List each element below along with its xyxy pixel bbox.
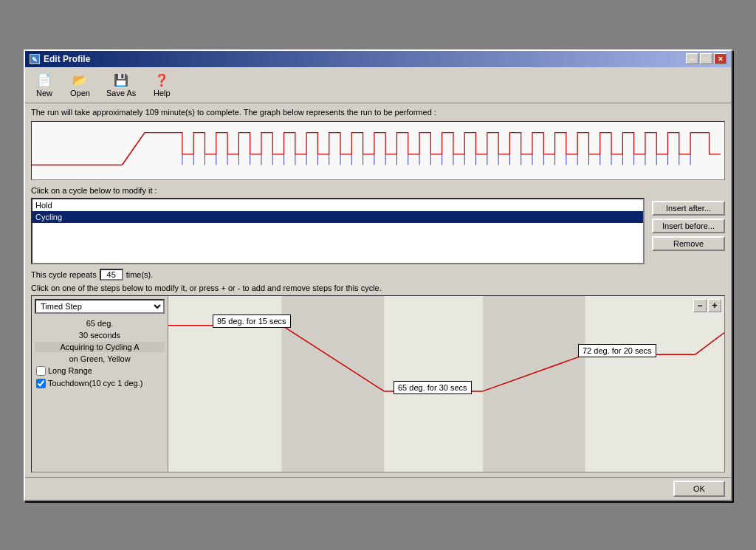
title-buttons: ─ □ ✕ bbox=[686, 53, 726, 64]
repeats-suffix: time(s). bbox=[126, 270, 154, 279]
long-range-checkbox[interactable] bbox=[36, 366, 46, 376]
cycle-item-cycling[interactable]: Cycling bbox=[32, 211, 643, 223]
info-text: The run will take approximately 109 minu… bbox=[31, 108, 725, 117]
svg-line-55 bbox=[695, 332, 724, 354]
long-range-label: Long Range bbox=[48, 366, 92, 375]
toolbar: 📄 New 📂 Open 💾 Save As ❓ Help bbox=[25, 67, 731, 103]
repeats-prefix: This cycle repeats bbox=[31, 270, 97, 279]
help-button[interactable]: ❓ Help bbox=[147, 70, 176, 100]
open-button[interactable]: 📂 Open bbox=[65, 70, 95, 100]
open-icon: 📂 bbox=[72, 72, 88, 89]
help-icon: ❓ bbox=[154, 72, 170, 89]
steps-area: Timed Step Touch Down 65 deg. 30 seconds… bbox=[31, 295, 725, 472]
steps-graph: − + bbox=[168, 296, 724, 472]
graph-svg bbox=[32, 122, 724, 179]
step-annotation-1: 95 deg. for 15 secs bbox=[213, 314, 291, 328]
step-type-select[interactable]: Timed Step Touch Down bbox=[35, 299, 165, 314]
minimize-button[interactable]: ─ bbox=[686, 53, 698, 64]
step-detail-acquiring: Acquiring to Cycling A bbox=[35, 342, 165, 352]
window-icon: ✎ bbox=[30, 54, 40, 64]
close-button[interactable]: ✕ bbox=[714, 53, 726, 64]
save-icon: 💾 bbox=[113, 72, 129, 89]
step-annotation-3: 72 deg. for 20 secs bbox=[578, 344, 656, 357]
insert-after-button[interactable]: Insert after... bbox=[652, 201, 725, 216]
repeats-row: This cycle repeats time(s). bbox=[31, 269, 725, 281]
title-bar: ✎ Edit Profile ─ □ ✕ bbox=[25, 51, 731, 67]
new-icon: 📄 bbox=[36, 72, 52, 89]
run-graph bbox=[31, 121, 725, 180]
insert-before-button[interactable]: Insert before... bbox=[652, 219, 725, 233]
new-button[interactable]: 📄 New bbox=[30, 70, 59, 100]
title-bar-left: ✎ Edit Profile bbox=[30, 54, 90, 64]
save-as-button[interactable]: 💾 Save As bbox=[101, 70, 141, 100]
step-detail-color: on Green, Yellow bbox=[35, 354, 165, 364]
long-range-row: Long Range bbox=[35, 365, 165, 377]
repeats-input[interactable] bbox=[100, 269, 123, 281]
cycle-section-label: Click on a cycle below to modify it : bbox=[31, 186, 725, 195]
remove-button[interactable]: Remove bbox=[652, 236, 725, 251]
touchdown-row: Touchdown(10 cyc 1 deg.) bbox=[35, 378, 165, 389]
ok-button[interactable]: OK bbox=[673, 481, 725, 497]
steps-panel-left: Timed Step Touch Down 65 deg. 30 seconds… bbox=[32, 296, 168, 472]
help-label: Help bbox=[154, 89, 171, 97]
touchdown-label: Touchdown(10 cyc 1 deg.) bbox=[48, 379, 142, 388]
step-annotation-2: 65 deg. for 30 secs bbox=[394, 381, 472, 394]
content-area: The run will take approximately 109 minu… bbox=[25, 103, 731, 477]
cycle-list-area: Hold Cycling Insert after... Insert befo… bbox=[31, 198, 725, 264]
new-label: New bbox=[36, 89, 52, 97]
save-as-label: Save As bbox=[106, 89, 136, 97]
window-title: Edit Profile bbox=[44, 54, 90, 64]
svg-line-1 bbox=[122, 132, 145, 165]
footer-bar: OK bbox=[25, 477, 731, 500]
cycle-item-hold[interactable]: Hold bbox=[32, 199, 643, 211]
steps-info: Click on one of the steps below to modif… bbox=[31, 283, 725, 292]
touchdown-checkbox[interactable] bbox=[36, 379, 46, 388]
cycle-buttons: Insert after... Insert before... Remove bbox=[652, 198, 725, 264]
svg-rect-49 bbox=[483, 296, 585, 472]
step-detail-time: 30 seconds bbox=[35, 330, 165, 340]
cycle-list[interactable]: Hold Cycling bbox=[31, 198, 645, 264]
open-label: Open bbox=[70, 89, 90, 97]
main-window: ✎ Edit Profile ─ □ ✕ 📄 New 📂 Open 💾 Save… bbox=[24, 49, 732, 501]
maximize-button[interactable]: □ bbox=[700, 53, 712, 64]
step-detail-temp: 65 deg. bbox=[35, 318, 165, 329]
svg-rect-48 bbox=[282, 296, 385, 472]
